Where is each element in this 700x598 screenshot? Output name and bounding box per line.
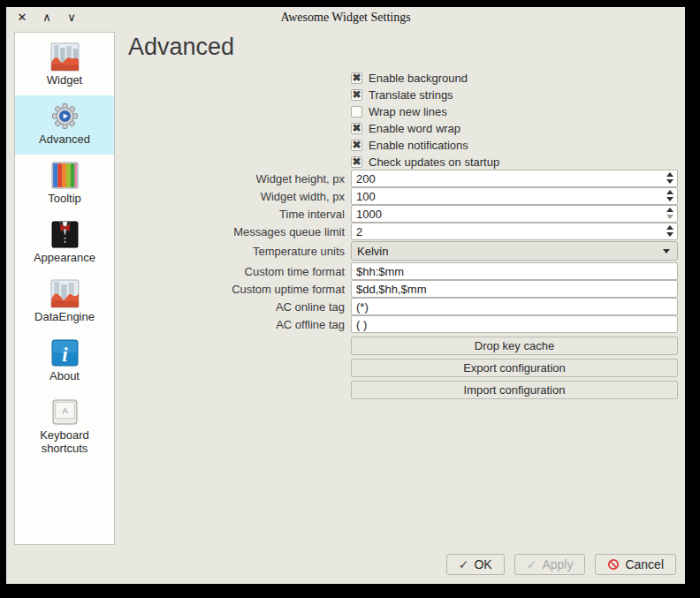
- apply-button-label: Apply: [542, 557, 573, 572]
- drop-key-cache-button[interactable]: Drop key cache: [351, 337, 678, 355]
- widget-width-spinbox[interactable]: [351, 187, 678, 205]
- apply-check-icon: ✓: [527, 557, 537, 572]
- spin-down-icon[interactable]: [666, 179, 673, 184]
- time-interval-label: Time interval: [128, 208, 351, 221]
- import-configuration-button[interactable]: Import configuration: [351, 381, 678, 399]
- sidebar-item-label: DataEngine: [34, 310, 95, 323]
- ac-offline-tag-input[interactable]: [351, 315, 678, 333]
- ok-check-icon: ✓: [459, 557, 469, 572]
- drop-key-cache-row: Drop key cache: [128, 337, 678, 355]
- spin-arrows: [666, 225, 673, 237]
- translate-strings-checkbox[interactable]: ✖: [351, 89, 362, 101]
- info-icon: i: [50, 338, 80, 367]
- svg-text:i: i: [62, 344, 68, 366]
- ac-online-tag-label: AC online tag: [128, 300, 351, 314]
- custom-time-format-row: Custom time format: [128, 262, 678, 280]
- messages-queue-limit-row: Messages queue limit: [128, 223, 678, 240]
- checkbox-row-enable-background: ✖Enable background: [128, 69, 678, 86]
- import-configuration-row: Import configuration: [128, 381, 678, 399]
- ac-online-tag-input[interactable]: [351, 298, 678, 315]
- settings-window: ✕ ∧ ∨ Awesome Widget Settings Widget: [6, 7, 685, 584]
- messages-queue-limit-label: Messages queue limit: [128, 225, 351, 238]
- time-interval-spinbox[interactable]: [351, 205, 678, 223]
- widget-chart-icon: [50, 42, 80, 72]
- custom-uptime-format-input[interactable]: [351, 280, 678, 298]
- sidebar-item-about[interactable]: i About: [15, 332, 114, 391]
- enable-notifications-checkbox[interactable]: ✖: [351, 140, 362, 151]
- temperature-units-dropdown[interactable]: Kelvin: [351, 241, 678, 261]
- ac-online-tag-row: AC online tag: [128, 298, 678, 315]
- checkbox-label: Wrap new lines: [369, 105, 447, 118]
- ac-offline-tag-label: AC offline tag: [128, 318, 351, 331]
- sidebar-item-label: Keyboard shortcuts: [40, 428, 89, 455]
- check-x-icon: ✖: [352, 157, 361, 167]
- ac-offline-tag-row: AC offline tag: [128, 315, 678, 333]
- check-x-icon: ✖: [352, 124, 361, 133]
- widget-height-row: Widget height, px: [128, 170, 678, 187]
- tuxedo-icon: [50, 220, 80, 249]
- sidebar-item-keyboard-shortcuts[interactable]: A Keyboard shortcuts: [15, 391, 114, 464]
- checkbox-row-translate-strings: ✖Translate strings: [128, 86, 678, 102]
- cancel-button[interactable]: Cancel: [595, 554, 676, 575]
- checkbox-label: Translate strings: [369, 88, 453, 102]
- spin-arrows: [666, 172, 673, 184]
- ok-button[interactable]: ✓ OK: [446, 554, 505, 575]
- time-interval-row: Time interval: [128, 205, 678, 223]
- sidebar-item-label: Tooltip: [48, 192, 81, 205]
- sidebar-item-widget[interactable]: Widget: [15, 36, 114, 95]
- checkbox-row-enable-notifications: ✖Enable notifications: [128, 136, 678, 153]
- widget-height-spinbox[interactable]: [351, 170, 678, 187]
- check-x-icon: ✖: [352, 140, 361, 150]
- custom-uptime-format-label: Custom uptime format: [128, 283, 351, 296]
- custom-time-format-input[interactable]: [351, 262, 678, 280]
- checkbox-label: Enable background: [369, 72, 468, 85]
- sidebar-item-label: Appearance: [34, 251, 95, 264]
- enable-word-wrap-checkbox[interactable]: ✖: [351, 123, 362, 134]
- cancel-prohibition-icon: [607, 558, 620, 571]
- svg-text:A: A: [62, 406, 68, 415]
- dropdown-arrow-icon: [663, 249, 670, 254]
- page-title: Advanced: [128, 34, 234, 61]
- spin-arrows: [666, 190, 673, 201]
- enable-background-checkbox[interactable]: ✖: [351, 72, 362, 84]
- sidebar-item-label: Advanced: [39, 132, 90, 146]
- cancel-button-label: Cancel: [625, 557, 664, 572]
- spin-down-icon[interactable]: [666, 232, 673, 237]
- checkbox-row-check-updates: ✖Check updates on startup: [128, 153, 678, 170]
- spin-down-disabled-icon: [666, 215, 673, 219]
- check-x-icon: ✖: [352, 73, 361, 83]
- sidebar-item-tooltip[interactable]: Tooltip: [15, 155, 114, 214]
- export-configuration-row: Export configuration: [128, 359, 678, 377]
- export-configuration-button[interactable]: Export configuration: [351, 359, 678, 377]
- sidebar-item-appearance[interactable]: Appearance: [15, 214, 114, 273]
- check-x-icon: ✖: [352, 90, 361, 100]
- checkbox-row-enable-word-wrap: ✖Enable word wrap: [128, 119, 678, 136]
- category-sidebar: Widget: [14, 32, 115, 545]
- checkbox-label: Check updates on startup: [369, 155, 499, 169]
- spin-up-icon[interactable]: [666, 172, 673, 177]
- sidebar-item-label: Widget: [47, 73, 82, 87]
- checkbox-row-wrap-new-lines: Wrap new lines: [128, 102, 678, 119]
- custom-time-format-label: Custom time format: [128, 265, 351, 278]
- temperature-units-row: Temperature units Kelvin: [128, 241, 678, 261]
- widget-width-row: Widget width, px: [128, 187, 678, 205]
- sidebar-item-dataengine[interactable]: DataEngine: [15, 273, 114, 332]
- check-updates-checkbox[interactable]: ✖: [351, 156, 362, 168]
- widget-width-label: Widget width, px: [128, 190, 351, 203]
- apply-button[interactable]: ✓ Apply: [514, 554, 586, 575]
- messages-queue-limit-spinbox[interactable]: [351, 223, 678, 240]
- sidebar-item-advanced[interactable]: Advanced: [15, 95, 114, 155]
- sidebar-item-label: About: [49, 369, 80, 382]
- data-chart-icon: [50, 279, 80, 308]
- dropdown-selected-value: Kelvin: [357, 245, 388, 258]
- spin-down-icon[interactable]: [666, 197, 673, 201]
- dialog-button-bar: ✓ OK ✓ Apply Cancel: [446, 554, 676, 575]
- spin-up-icon[interactable]: [666, 208, 673, 212]
- custom-uptime-format-row: Custom uptime format: [128, 280, 678, 298]
- spin-arrows: [666, 208, 673, 219]
- spin-up-icon[interactable]: [666, 225, 673, 230]
- wrap-new-lines-checkbox[interactable]: [351, 106, 362, 117]
- keyboard-key-icon: A: [50, 397, 80, 427]
- color-stripes-icon: [50, 161, 80, 190]
- spin-up-icon[interactable]: [666, 190, 673, 194]
